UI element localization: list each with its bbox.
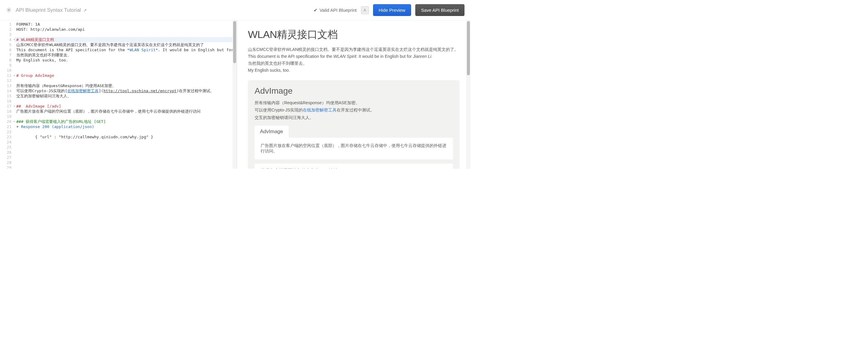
code-line[interactable]: [14, 160, 237, 165]
code-line[interactable]: [14, 139, 237, 145]
tutorial-link-label: API Blueprint Syntax Tutorial: [16, 7, 81, 13]
code-line[interactable]: ### 获得客户端需要植入的广告的URL地址 [GET]: [14, 119, 237, 124]
code-line[interactable]: 交互的加密秘钥请问汪海大人。: [14, 93, 237, 99]
font-size-button[interactable]: A: [361, 6, 369, 14]
line-number: 9: [0, 63, 14, 68]
line-number: 24: [0, 139, 14, 145]
app-root: ✳ API Blueprint Syntax Tutorial ↗ ✔ Vali…: [0, 0, 470, 169]
toolbar: ✳ API Blueprint Syntax Tutorial ↗ ✔ Vali…: [0, 0, 470, 21]
intro-line: 山东CMCC登录软件WLAN精灵的接口文档。要不是因为李建伟这个逗逼英语实在太烂…: [248, 46, 460, 53]
valid-status: ✔ Valid API Blueprint: [314, 7, 356, 13]
intro-line: My English sucks, too.: [248, 67, 460, 73]
group-description: 所有传输内容（Request&Response）均使用ASE加密。可以使用Cry…: [254, 99, 453, 121]
line-number: 12: [0, 78, 14, 83]
check-icon: ✔: [314, 7, 318, 13]
code-line[interactable]: [14, 145, 237, 150]
line-number: 17: [0, 104, 14, 109]
preview-scrollbar[interactable]: [466, 21, 470, 169]
group-card-advimage: AdvImage 所有传输内容（Request&Response）均使用ASE加…: [248, 80, 460, 169]
line-number: 26: [0, 150, 14, 155]
line-number: 16: [0, 99, 14, 104]
code-line[interactable]: [14, 165, 237, 169]
doc-title: WLAN精灵接口文档: [248, 28, 460, 41]
code-line[interactable]: FORMAT: 1A: [14, 22, 237, 27]
line-number: 25: [0, 145, 14, 150]
code-line[interactable]: 广告图片放在客户端的空闲位置（底部），图片存储在七牛云存储中，使用七牛云存储提供…: [14, 109, 237, 114]
tutorial-link[interactable]: API Blueprint Syntax Tutorial ↗: [16, 7, 87, 13]
line-number: 20: [0, 119, 14, 124]
group-desc-line: 所有传输内容（Request&Response）均使用ASE加密。: [254, 99, 453, 106]
code-line[interactable]: 所有传输内容（Request&Response）均使用ASE加密。: [14, 83, 237, 88]
line-number: 21: [0, 124, 14, 129]
code-line[interactable]: This document is the API specification f…: [14, 47, 237, 53]
tab-advimage[interactable]: AdvImage: [254, 126, 289, 138]
code-line[interactable]: 山东CMCC登录软件WLAN精灵的接口文档。要不是因为李建伟这个逗逼英语实在太烂…: [14, 42, 237, 47]
group-title: AdvImage: [254, 86, 453, 96]
action-title-bold: URL: [319, 168, 329, 169]
code-line[interactable]: 当然我的英文也好不到哪里去。: [14, 53, 237, 58]
line-number: 8: [0, 58, 14, 63]
action-header[interactable]: 获得客户端需要植入的广告的URL地址: [254, 164, 453, 169]
code-line[interactable]: 可以使用Crypto-JS实现的[在线加密解密工具](http://tool.o…: [14, 88, 237, 93]
line-number: 19: [0, 114, 14, 119]
line-number: 13: [0, 83, 14, 88]
line-number: 15: [0, 93, 14, 99]
line-number: 14: [0, 88, 14, 93]
action-title-post: 地址: [329, 168, 338, 169]
line-number: 7: [0, 53, 14, 58]
code-line[interactable]: HOST: http://wlanwlan.com/api: [14, 27, 237, 32]
editor-scrollbar[interactable]: [232, 21, 237, 169]
line-number: 11: [0, 73, 14, 78]
resource-panel: 广告图片放在客户端的空闲位置（底部），图片存储在七牛云存储中，使用七牛云存储提供…: [254, 138, 453, 159]
code-line[interactable]: + Response 200 (application/json): [14, 124, 237, 129]
line-number: 18: [0, 109, 14, 114]
code-line[interactable]: [14, 68, 237, 73]
code-line[interactable]: [14, 32, 237, 37]
editor-pane: 1234567891011121314151617181920212223242…: [0, 21, 237, 169]
code-line[interactable]: [14, 129, 237, 134]
action-title-pre: 获得客户端需要植入的广告的: [260, 168, 319, 169]
line-number: 10: [0, 68, 14, 73]
code-line[interactable]: [14, 155, 237, 160]
code-line[interactable]: { "url" : "http://callmewhy.qiniudn.com/…: [14, 134, 237, 139]
hide-preview-button[interactable]: Hide Preview: [373, 4, 411, 16]
resource-tabstrip: AdvImage: [254, 126, 453, 138]
group-desc-line: 可以使用Crypto-JS实现的在线加密解密工具在开发过程中测试。: [254, 107, 453, 113]
line-number: 2: [0, 27, 14, 32]
line-number: 6: [0, 47, 14, 53]
main-split: 1234567891011121314151617181920212223242…: [0, 21, 470, 169]
line-number: 3: [0, 32, 14, 37]
code-line[interactable]: [14, 78, 237, 83]
line-number: 23: [0, 134, 14, 139]
external-link-icon: ↗: [83, 8, 87, 13]
valid-status-label: Valid API Blueprint: [319, 7, 356, 13]
code-line[interactable]: # WLAN精灵接口文档: [14, 37, 237, 42]
line-number: 28: [0, 160, 14, 165]
code-line[interactable]: [14, 114, 237, 119]
line-number: 27: [0, 155, 14, 160]
editor-scroll-thumb[interactable]: [233, 21, 236, 63]
editor-code[interactable]: FORMAT: 1AHOST: http://wlanwlan.com/api …: [14, 21, 237, 169]
code-line[interactable]: [14, 99, 237, 104]
group-desc-line: 交互的加密秘钥请问汪海大人。: [254, 114, 453, 121]
line-number: 1: [0, 22, 14, 27]
line-number: 29: [0, 165, 14, 169]
code-line[interactable]: My English sucks, too.: [14, 58, 237, 63]
code-line[interactable]: [14, 63, 237, 68]
preview-scroll-thumb[interactable]: [467, 21, 470, 75]
toolbar-left: ✳ API Blueprint Syntax Tutorial ↗: [6, 6, 87, 14]
action-card: 获得客户端需要植入的广告的URL地址 GET /api/adv ⌃⌄: [254, 164, 453, 169]
save-button[interactable]: Save API Blueprint: [415, 4, 464, 16]
preview-pane: WLAN精灵接口文档 山东CMCC登录软件WLAN精灵的接口文档。要不是因为李建…: [237, 21, 470, 169]
code-line[interactable]: [14, 150, 237, 155]
doc-intro: 山东CMCC登录软件WLAN精灵的接口文档。要不是因为李建伟这个逗逼英语实在太烂…: [248, 46, 460, 73]
code-line[interactable]: ## AdvImage [/adv]: [14, 104, 237, 109]
line-number: 5: [0, 42, 14, 47]
editor-gutter: 1234567891011121314151617181920212223242…: [0, 21, 14, 169]
line-number: 22: [0, 129, 14, 134]
intro-line: This document is the API specification f…: [248, 53, 460, 60]
line-number: 4: [0, 37, 14, 42]
intro-line: 当然我的英文也好不到哪里去。: [248, 60, 460, 67]
apiary-logo-icon: ✳: [6, 6, 11, 14]
code-line[interactable]: # Group AdvImage: [14, 73, 237, 78]
